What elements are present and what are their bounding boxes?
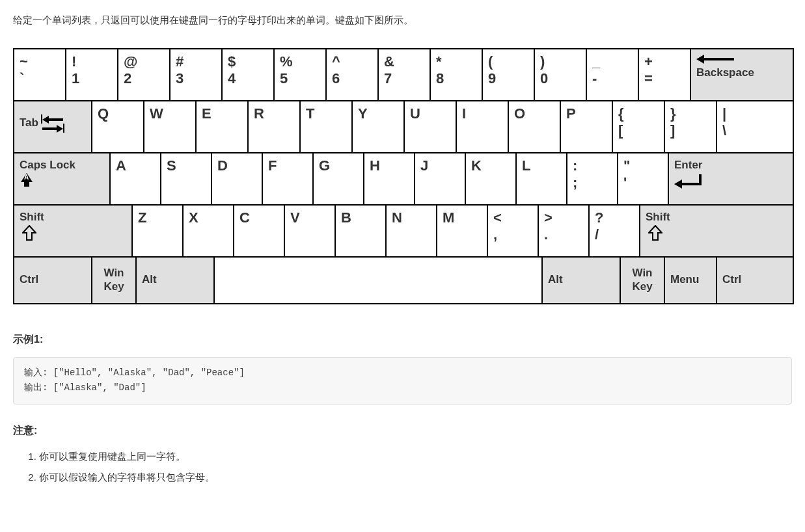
key-shift-right: Shift	[640, 206, 793, 256]
notes-heading: 注意:	[13, 421, 792, 439]
key-h: H	[364, 153, 415, 204]
key-menu: Menu	[665, 258, 717, 303]
key-v: V	[285, 206, 336, 256]
key-t: T	[301, 101, 353, 152]
key-period: >.	[539, 206, 590, 256]
capslock-arrow-icon: A	[21, 173, 33, 182]
key-i: I	[457, 101, 509, 152]
key-j: J	[415, 153, 466, 204]
key-8: *8	[431, 49, 483, 100]
key-tab: Tab	[14, 101, 92, 152]
key-capslock: Caps Lock A	[14, 153, 111, 204]
key-enter: Enter	[669, 153, 793, 204]
backspace-arrow-icon	[696, 55, 735, 62]
key-y: Y	[353, 101, 405, 152]
key-f: F	[263, 153, 314, 204]
key-r: R	[249, 101, 301, 152]
keyboard-row-4: Shift Z X C V B N M <, >. ?/ Shift	[14, 206, 793, 258]
key-semicolon: :;	[567, 153, 618, 204]
key-shift-left: Shift	[14, 206, 133, 256]
key-b: B	[336, 206, 387, 256]
key-s: S	[161, 153, 212, 204]
note-item: 你可以重复使用键盘上同一字符。	[39, 448, 792, 465]
key-slash: ?/	[590, 206, 640, 256]
key-win-right: WinKey	[621, 258, 665, 303]
key-n: N	[387, 206, 437, 256]
keyboard-row-5: Ctrl WinKey Alt Alt WinKey Menu Ctrl	[14, 258, 793, 303]
keyboard-row-3: Caps Lock A A S D F G H J K L :; "' Ente…	[14, 153, 793, 206]
keyboard-row-1: ~` !1 @2 #3 $4 %5 ^6 &7 *8 (9 )0 _- += B…	[14, 49, 793, 101]
key-equals: +=	[639, 49, 691, 100]
key-a: A	[111, 153, 161, 204]
notes-list: 你可以重复使用键盘上同一字符。 你可以假设输入的字符串将只包含字母。	[13, 448, 792, 485]
key-x: X	[184, 206, 234, 256]
tab-arrows-icon	[41, 114, 64, 133]
key-c: C	[234, 206, 285, 256]
example-code-block: 输入: ["Hello", "Alaska", "Dad", "Peace"] …	[13, 357, 792, 405]
key-brackets-close: }]	[665, 101, 717, 152]
example-heading: 示例1:	[13, 330, 792, 348]
key-ctrl-right: Ctrl	[717, 258, 793, 303]
key-d: D	[212, 153, 263, 204]
key-alt-right: Alt	[543, 258, 621, 303]
key-k: K	[466, 153, 517, 204]
key-space	[215, 258, 543, 303]
key-q: Q	[92, 101, 144, 152]
key-o: O	[509, 101, 561, 152]
key-tilde: ~`	[14, 49, 66, 100]
key-ctrl-left: Ctrl	[14, 258, 92, 303]
key-m: M	[437, 206, 488, 256]
key-0: )0	[535, 49, 587, 100]
key-3: #3	[171, 49, 223, 100]
key-7: &7	[379, 49, 431, 100]
key-e: E	[197, 101, 249, 152]
key-w: W	[144, 101, 197, 152]
key-g: G	[314, 153, 364, 204]
key-l: L	[517, 153, 567, 204]
example-input-label: 输入:	[24, 367, 48, 378]
key-1: !1	[66, 49, 118, 100]
example-output-label: 输出:	[24, 382, 48, 393]
example-input-value: ["Hello", "Alaska", "Dad", "Peace"]	[48, 367, 244, 378]
problem-description: 给定一个单词列表，只返回可以使用在键盘同一行的字母打印出来的单词。键盘如下图所示…	[13, 12, 792, 29]
example-output-value: ["Alaska", "Dad"]	[48, 382, 146, 393]
shift-arrow-icon	[22, 225, 36, 241]
key-4: $4	[223, 49, 275, 100]
key-comma: <,	[488, 206, 539, 256]
note-item: 你可以假设输入的字符串将只包含字母。	[39, 469, 792, 486]
key-6: ^6	[327, 49, 379, 100]
enter-arrow-icon	[674, 174, 703, 187]
key-alt-left: Alt	[137, 258, 215, 303]
key-5: %5	[275, 49, 327, 100]
key-backslash: |\	[717, 101, 793, 152]
key-p: P	[561, 101, 613, 152]
key-minus: _-	[587, 49, 639, 100]
key-9: (9	[483, 49, 535, 100]
keyboard-diagram: ~` !1 @2 #3 $4 %5 ^6 &7 *8 (9 )0 _- += B…	[13, 48, 794, 304]
keyboard-row-2: Tab Q W E R T Y U I O P {[ }] |\	[14, 101, 793, 153]
key-backspace: Backspace	[691, 49, 793, 100]
key-win-left: WinKey	[92, 258, 137, 303]
key-quote: "'	[618, 153, 669, 204]
key-2: @2	[118, 49, 171, 100]
key-z: Z	[133, 206, 184, 256]
key-brackets-open: {[	[613, 101, 665, 152]
key-u: U	[405, 101, 457, 152]
shift-arrow-icon	[648, 225, 662, 241]
